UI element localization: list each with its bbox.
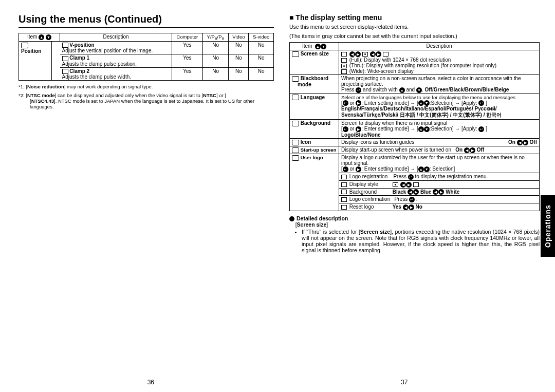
down-icon: [321, 44, 326, 49]
enter-icon: [478, 126, 484, 132]
left-icon: [370, 51, 376, 57]
footnote-2: *2: [NTSC mode] can be displayed and adj…: [18, 92, 274, 109]
blackboard-icon: [292, 76, 299, 82]
enter-icon: [343, 100, 348, 106]
page-title: Using the menus (Continued): [18, 13, 274, 25]
down-icon: [424, 100, 430, 106]
down-icon: [424, 166, 430, 172]
right-icon: [409, 204, 414, 210]
down-icon: [424, 126, 430, 132]
page-numbers: 36 37: [0, 379, 555, 386]
side-tab-operations: Operations: [541, 195, 555, 257]
right-icon: [356, 166, 361, 172]
detailed-description: Detailed description [Screen size] If "T…: [289, 215, 540, 253]
right-icon: [376, 51, 381, 57]
vpos-icon: [62, 43, 68, 48]
title-rule: [18, 27, 274, 28]
language-icon: [292, 95, 299, 100]
up-icon: [418, 126, 424, 132]
up-icon: [418, 100, 424, 106]
clamp2-icon: [62, 69, 68, 74]
userlogo-icon: [292, 155, 299, 161]
enter-icon: [408, 174, 414, 180]
icon-icon: [292, 140, 299, 145]
clamp1-icon: [62, 56, 68, 61]
wide-icon: [341, 69, 347, 74]
logo-confirm-icon: [341, 197, 347, 202]
logo-reg-icon: [341, 175, 347, 179]
down-icon: [416, 87, 422, 93]
right-icon: [438, 189, 444, 195]
style-a-icon: [393, 182, 398, 187]
reset-logo-icon: [341, 205, 347, 210]
right-icon: [356, 126, 361, 132]
right-icon: [470, 147, 475, 153]
right-icon: [406, 182, 412, 188]
full-icon: [341, 52, 347, 57]
right-icon: [355, 51, 361, 57]
left-icon: [400, 182, 406, 188]
enter-icon: [356, 87, 361, 93]
down-icon: [46, 34, 51, 40]
right-icon: [523, 140, 528, 145]
left-icon: [517, 140, 523, 145]
left-icon: [349, 51, 355, 57]
enter-icon: [478, 100, 484, 106]
left-icon: [464, 147, 470, 153]
screen-size-icon: [292, 51, 299, 57]
enter-icon: [343, 166, 348, 172]
left-icon: [433, 189, 438, 195]
enter-icon: [343, 126, 348, 132]
thru-icon: [341, 64, 347, 68]
display-style-icon: [341, 182, 347, 187]
right-icon: [356, 100, 361, 106]
position-icon: [21, 43, 28, 48]
footnote-1: *1: [Noise reduction] may not work depen…: [18, 84, 274, 89]
up-icon: [418, 166, 424, 172]
left-icon: [408, 189, 413, 195]
intro-1: Use this menu to set screen display-rela…: [289, 24, 540, 30]
bullet-icon: [289, 216, 294, 221]
up-icon: [399, 87, 405, 93]
startup-icon: [292, 147, 299, 153]
right-icon: [413, 189, 419, 195]
left-icon: [403, 204, 409, 210]
style-b-icon: [413, 182, 419, 187]
logo-bg-icon: [341, 190, 347, 194]
up-icon: [315, 44, 321, 49]
section-title: ■ The display setting menu: [289, 13, 540, 22]
thru-icon: [362, 52, 368, 57]
display-setting-table: Item Description Screen size (Full): Dis…: [289, 42, 540, 211]
background-icon: [292, 121, 299, 126]
full-icon: [341, 58, 347, 63]
intro-2: (The items in gray color cannot be set w…: [289, 33, 540, 39]
position-table: Item Description Computer Y/PB/PR Video …: [18, 33, 274, 81]
wide-icon: [383, 52, 388, 57]
up-icon: [39, 34, 44, 40]
enter-icon: [409, 197, 415, 202]
